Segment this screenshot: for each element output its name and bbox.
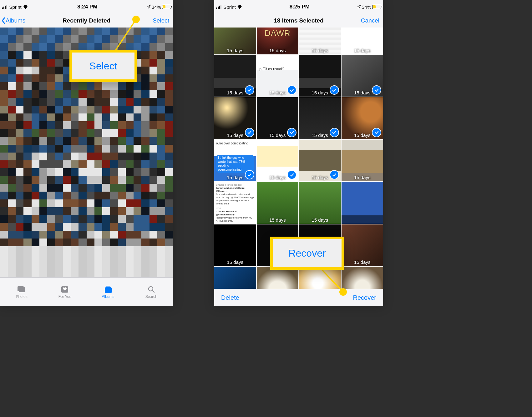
photo-thumbnail[interactable]: DAWR15 days <box>257 28 299 54</box>
status-bar: Sprint 8:25 PM 34% <box>214 0 383 14</box>
tab-for-you[interactable]: For You <box>43 278 86 306</box>
photo-thumbnail[interactable]: lp E3 as usual?15 days <box>257 55 299 97</box>
selected-checkmark-icon <box>245 85 254 95</box>
photo-thumbnail[interactable]: 15 days <box>299 182 341 224</box>
photos-tab-icon <box>17 285 26 294</box>
selected-checkmark-icon <box>245 170 254 179</box>
tab-label: Photos <box>16 294 27 299</box>
selected-checkmark-icon <box>330 128 339 137</box>
selected-checkmark-icon <box>372 128 381 137</box>
battery-icon <box>162 5 171 9</box>
tab-photos[interactable]: Photos <box>0 278 43 306</box>
selected-checkmark-icon <box>330 85 339 95</box>
photo-thumbnail[interactable]: 15 days <box>257 182 299 224</box>
albums-tab-icon <box>104 285 113 294</box>
selected-checkmark-icon <box>372 85 381 95</box>
carrier-label: Sprint <box>9 4 22 10</box>
selected-checkmark-icon <box>330 170 339 179</box>
svg-rect-4 <box>105 287 111 288</box>
wifi-icon <box>237 5 242 9</box>
svg-rect-5 <box>106 286 110 286</box>
page-title: Recently Deleted <box>63 17 110 24</box>
photo-thumbnail[interactable]: 15 days <box>342 28 383 54</box>
photo-thumbnail[interactable]: Charles Francis repliedJohn Hambone McGu… <box>214 182 256 224</box>
delete-button[interactable]: Delete <box>221 294 239 301</box>
photo-thumbnail[interactable]: 15 days <box>299 97 341 139</box>
location-icon <box>357 4 361 10</box>
photo-thumbnail[interactable]: 15 days <box>342 140 383 182</box>
search-tab-icon <box>147 285 156 294</box>
photo-thumbnail[interactable]: 15 days <box>257 140 299 182</box>
tab-search[interactable]: Search <box>130 278 173 306</box>
page-title: 18 Items Selected <box>274 17 323 24</box>
photo-thumbnail[interactable]: 15 days <box>299 55 341 97</box>
select-button[interactable]: Select <box>153 17 169 24</box>
carrier-label: Sprint <box>224 4 236 10</box>
phone-screen-left: Sprint 8:24 PM 34% Albums Recently Delet… <box>0 0 173 306</box>
photo-thumbnail[interactable] <box>214 267 256 289</box>
back-button-label: Albums <box>6 17 25 24</box>
callout-recover: Recover <box>270 237 344 270</box>
callout-label: Recover <box>288 248 326 259</box>
photo-thumbnail[interactable]: 15 days <box>299 28 341 54</box>
tab-label: Search <box>145 294 157 299</box>
tab-label: For You <box>58 294 71 299</box>
nav-bar: Albums Recently Deleted Select <box>0 14 173 28</box>
selected-checkmark-icon <box>287 128 296 137</box>
toolbar: Delete Recover <box>214 289 383 306</box>
photo-thumbnail[interactable]: 15 days <box>299 140 341 182</box>
signal-strength-icon <box>2 5 7 9</box>
tab-label: Albums <box>102 294 114 299</box>
for-you-tab-icon <box>60 285 69 294</box>
battery-percent-label: 34% <box>362 4 371 10</box>
callout-label: Select <box>89 60 117 72</box>
recover-button[interactable]: Recover <box>353 294 376 301</box>
selected-checkmark-icon <box>245 128 254 137</box>
cancel-button[interactable]: Cancel <box>361 17 379 24</box>
clock-label: 8:24 PM <box>77 4 97 10</box>
photo-thumbnail[interactable]: 15 days <box>342 55 383 97</box>
photo-thumbnail[interactable] <box>342 267 383 289</box>
photo-thumbnail[interactable]: ou're over complicatingI think the guy w… <box>214 140 256 182</box>
svg-line-7 <box>152 290 154 292</box>
wifi-icon <box>23 5 28 9</box>
clock-label: 8:25 PM <box>290 4 310 10</box>
photo-thumbnail[interactable] <box>257 267 299 289</box>
tab-bar: Photos For You Albums Search <box>0 277 173 306</box>
photo-thumbnail[interactable] <box>299 267 341 289</box>
battery-icon <box>372 5 381 9</box>
selected-checkmark-icon <box>287 85 296 95</box>
svg-rect-3 <box>105 288 112 293</box>
photo-thumbnail[interactable]: 15 days <box>257 97 299 139</box>
photo-thumbnail[interactable]: 15 days <box>342 97 383 139</box>
back-button[interactable]: Albums <box>1 17 25 24</box>
selected-checkmark-icon <box>287 170 296 179</box>
svg-rect-1 <box>18 286 24 291</box>
status-bar: Sprint 8:24 PM 34% <box>0 0 173 14</box>
callout-select: Select <box>69 50 137 82</box>
tab-albums[interactable]: Albums <box>87 278 130 306</box>
battery-percent-label: 34% <box>152 4 161 10</box>
photo-thumbnail[interactable]: 15 days <box>214 224 256 266</box>
location-icon <box>147 4 151 10</box>
photo-thumbnail[interactable]: 15 days <box>214 97 256 139</box>
photo-thumbnail[interactable]: 15 days <box>342 224 383 266</box>
photo-thumbnail[interactable] <box>342 182 383 224</box>
photo-thumbnail[interactable]: 15 days <box>214 55 256 97</box>
nav-bar: 18 Items Selected Cancel <box>214 14 383 28</box>
signal-strength-icon <box>216 5 221 9</box>
photo-thumbnail[interactable]: 15 days <box>214 28 256 54</box>
